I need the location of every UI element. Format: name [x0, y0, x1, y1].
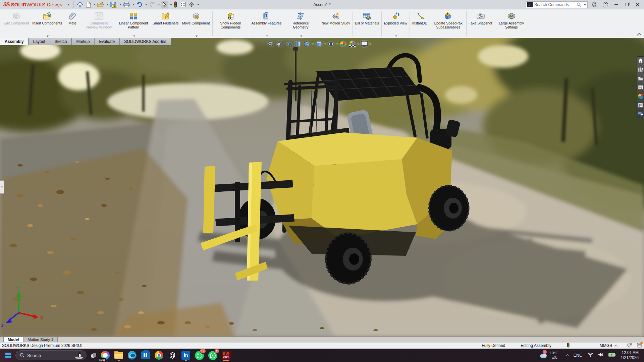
- ribbon-button-show-hidden-components[interactable]: Show Hidden Components: [213, 11, 248, 38]
- units-chevron-icon[interactable]: [614, 344, 618, 348]
- exploded-view-dropdown[interactable]: [395, 36, 397, 37]
- hidden-icons-chevron[interactable]: [566, 354, 569, 357]
- taskbar-app-linkedin[interactable]: in: [179, 349, 193, 362]
- home-button[interactable]: [76, 1, 84, 8]
- volume-icon[interactable]: [598, 352, 603, 358]
- ribbon-button-assembly-features[interactable]: Assembly Features: [250, 11, 283, 38]
- taskbar-app-solidworks-2026[interactable]: SW 2026: [219, 349, 233, 362]
- insert-components-dropdown[interactable]: [47, 36, 49, 37]
- start-button[interactable]: [2, 350, 13, 361]
- clock-widget[interactable]: 12:01 AM 1/21/2026: [621, 350, 639, 360]
- open-dropdown[interactable]: [107, 4, 109, 5]
- task-view-button[interactable]: [89, 350, 99, 360]
- taskpane-forum-icon[interactable]: [638, 112, 643, 118]
- ribbon-button-reference-geometry[interactable]: Reference Geometry: [283, 11, 318, 38]
- undo-dropdown[interactable]: [145, 4, 147, 5]
- taskpane-custom-properties-icon[interactable]: [638, 103, 643, 109]
- taskpane-design-library-icon[interactable]: [638, 67, 643, 73]
- search-dropdown[interactable]: [584, 4, 586, 5]
- featuremanager-collapsed-tab[interactable]: [0, 180, 4, 194]
- taskbar-app-whatsapp-2[interactable]: 2: [206, 349, 219, 362]
- battery-icon[interactable]: [608, 352, 616, 358]
- apply-scene-icon[interactable]: [348, 40, 356, 48]
- close-button[interactable]: [634, 1, 641, 8]
- print-dropdown[interactable]: [132, 4, 135, 5]
- ribbon-button-component-preview-window[interactable]: Component Preview Window: [81, 11, 116, 38]
- ribbon-button-take-snapshot[interactable]: Take Snapshot: [467, 11, 494, 38]
- new-document-dropdown[interactable]: [94, 4, 96, 5]
- tab-assembly[interactable]: Assembly: [0, 38, 29, 45]
- taskbar-app-whatsapp-1[interactable]: 14: [193, 349, 206, 362]
- tab-solidworks-add-ins[interactable]: SOLIDWORKS Add-Ins: [119, 38, 171, 45]
- tab-model[interactable]: Model: [3, 337, 23, 342]
- ribbon-button-linear-component-pattern[interactable]: Linear Component Pattern: [116, 11, 151, 38]
- move-component-dropdown[interactable]: [196, 36, 198, 37]
- wifi-icon[interactable]: [587, 352, 593, 358]
- tab-evaluate[interactable]: Evaluate: [94, 38, 119, 45]
- help-button[interactable]: ?: [602, 1, 609, 8]
- view-orientation-icon[interactable]: [303, 40, 311, 48]
- taskbar-app-chrome[interactable]: [152, 349, 166, 362]
- zoom-to-fit-icon[interactable]: [267, 40, 274, 48]
- search-magnifier-icon[interactable]: [577, 2, 581, 7]
- units-text[interactable]: MMGS: [600, 343, 612, 348]
- view-settings-icon[interactable]: [361, 40, 368, 48]
- account-button[interactable]: [591, 1, 598, 8]
- taskbar-app-microsoft-store[interactable]: [139, 349, 152, 362]
- redo-dropdown[interactable]: [158, 4, 160, 5]
- collapse-ribbon-chevron-icon[interactable]: [637, 33, 641, 37]
- menu-expand-arrow-icon[interactable]: ▸: [66, 3, 71, 6]
- options-gear-button[interactable]: [187, 1, 196, 8]
- display-style-dropdown[interactable]: [324, 44, 326, 45]
- file-properties-button[interactable]: [179, 1, 187, 8]
- tab-markup[interactable]: Markup: [71, 38, 94, 45]
- zoom-to-area-icon[interactable]: [276, 40, 283, 48]
- undo-button[interactable]: [135, 1, 144, 8]
- taskpane-view-palette-icon[interactable]: [638, 85, 643, 91]
- minimize-button[interactable]: [612, 1, 620, 8]
- search-commands-box[interactable]: › Search Commands: [526, 1, 588, 8]
- taskpane-appearances-icon[interactable]: [638, 94, 643, 100]
- apply-scene-dropdown[interactable]: [357, 44, 359, 45]
- taskbar-app-copilot-m365[interactable]: M365: [99, 349, 112, 362]
- ribbon-button-bill-of-materials[interactable]: Bill of Materials: [354, 11, 381, 38]
- select-tool-button[interactable]: [161, 1, 168, 8]
- open-button[interactable]: [96, 1, 105, 8]
- tags-icon[interactable]: [627, 343, 632, 349]
- redo-button[interactable]: [148, 1, 156, 8]
- previous-view-icon[interactable]: [285, 40, 292, 48]
- new-document-button[interactable]: [85, 1, 92, 8]
- save-dropdown[interactable]: [119, 4, 121, 5]
- ribbon-button-large-assembly-settings[interactable]: Large Assembly Settings: [494, 11, 529, 38]
- ribbon-button-insert-components[interactable]: Insert Components: [31, 11, 64, 38]
- taskbar-app-file-explorer[interactable]: [112, 349, 125, 362]
- assembly-features-dropdown[interactable]: [266, 36, 268, 37]
- tab-motion-study-1[interactable]: Motion Study 1: [23, 337, 58, 342]
- print-button[interactable]: [122, 1, 131, 8]
- edit-appearance-icon[interactable]: [339, 40, 347, 48]
- options-dropdown[interactable]: [197, 4, 199, 5]
- taskpane-file-explorer-icon[interactable]: [638, 76, 643, 82]
- reference-geometry-dropdown[interactable]: [300, 36, 302, 37]
- ribbon-button-smart-fasteners[interactable]: Smart Fasteners: [151, 11, 180, 38]
- display-style-icon[interactable]: [315, 40, 323, 48]
- taskbar-app-edge[interactable]: [125, 349, 139, 362]
- section-view-icon[interactable]: [294, 40, 302, 48]
- ribbon-button-mate[interactable]: Mate: [64, 11, 81, 38]
- ribbon-button-move-component[interactable]: Move Component: [180, 11, 212, 38]
- restore-button[interactable]: [623, 1, 631, 8]
- ribbon-button-new-motion-study[interactable]: New Motion Study: [320, 11, 352, 38]
- view-settings-dropdown[interactable]: [369, 44, 371, 45]
- 3d-scene[interactable]: Y X Z: [0, 38, 644, 337]
- tab-sketch[interactable]: Sketch: [50, 38, 72, 45]
- language-indicator[interactable]: ENG: [574, 353, 583, 358]
- ribbon-button-update-speedpak[interactable]: Update SpeedPak Subassemblies: [431, 11, 466, 38]
- select-tool-dropdown[interactable]: [170, 4, 172, 5]
- tab-layout[interactable]: Layout: [29, 38, 50, 45]
- ribbon-button-exploded-view[interactable]: Exploded View: [382, 11, 409, 38]
- hide-show-items-icon[interactable]: [327, 40, 335, 48]
- rebuild-button[interactable]: [173, 1, 178, 8]
- save-button[interactable]: [109, 1, 118, 8]
- taskpane-home-icon[interactable]: [638, 58, 643, 64]
- notifications-icon[interactable]: [637, 343, 642, 349]
